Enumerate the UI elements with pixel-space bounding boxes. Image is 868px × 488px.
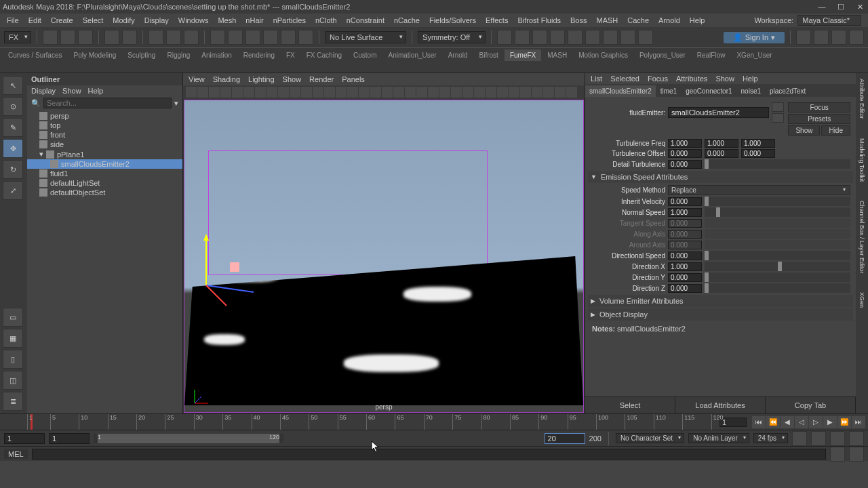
character-set-dropdown[interactable]: No Character Set <box>616 433 684 443</box>
dock-tab[interactable]: XGen <box>858 289 866 310</box>
dock-tab[interactable]: Channel Box / Layer Editor <box>858 198 866 277</box>
timeline-ruler[interactable]: 1510152025303540455055606570758085909510… <box>27 414 717 430</box>
range-slider[interactable]: 1 120 <box>94 434 283 443</box>
vp-menu-render[interactable]: Render <box>309 75 334 83</box>
viewport-tool-icon[interactable] <box>462 87 473 98</box>
render-icon[interactable] <box>497 30 512 45</box>
attr-menu-help[interactable]: Help <box>743 75 758 83</box>
viewport-tool-icon[interactable] <box>278 87 289 98</box>
outliner-item[interactable]: side <box>27 140 182 149</box>
outliner-item[interactable]: top <box>27 121 182 130</box>
menu-set-dropdown[interactable]: FX <box>4 31 31 43</box>
viewport-tool-icon[interactable] <box>555 87 566 98</box>
viewport-tool-icon[interactable] <box>520 87 531 98</box>
live-surface-dropdown[interactable]: No Live Surface <box>325 31 406 43</box>
section-emission-speed[interactable]: ▼ Emission Speed Attributes <box>588 171 853 183</box>
attr-tab[interactable]: smallCloudsEmitter2 <box>585 85 656 97</box>
attr-value-field[interactable] <box>668 197 702 206</box>
focus-button[interactable]: Focus <box>788 102 850 113</box>
menu-nconstraint[interactable]: nConstraint <box>342 15 389 26</box>
render-icon[interactable] <box>515 30 530 45</box>
shelf-tab[interactable]: Poly Modeling <box>68 49 121 61</box>
panel-layout-icon[interactable] <box>796 30 811 45</box>
shelf-tab[interactable]: RealFlow <box>692 49 731 61</box>
viewport-tool-icon[interactable] <box>393 87 404 98</box>
viewport-3d[interactable]: persp <box>184 100 584 413</box>
close-button[interactable]: ✕ <box>854 3 865 11</box>
step-back-key-button[interactable]: ⏪ <box>766 416 780 428</box>
shelf-tab[interactable]: XGen_User <box>731 49 777 61</box>
menu-arnold[interactable]: Arnold <box>654 15 684 26</box>
layout-four-icon[interactable]: ▦ <box>3 329 23 348</box>
play-back-button[interactable]: ◁ <box>795 416 808 428</box>
command-input[interactable] <box>32 449 826 460</box>
go-start-button[interactable]: ⏮ <box>752 416 766 428</box>
shelf-tab[interactable]: Sculpting <box>122 49 161 61</box>
attr-value-field[interactable] <box>741 139 775 148</box>
outliner-item[interactable]: smallCloudsEmitter2 <box>27 159 182 169</box>
attr-value-field[interactable] <box>668 251 702 260</box>
prefs-icon[interactable] <box>811 431 826 446</box>
load-attributes-button[interactable]: Load Attributes <box>675 397 766 413</box>
symmetry-dropdown[interactable]: Symmetry: Off <box>418 31 486 43</box>
new-scene-icon[interactable] <box>43 30 58 45</box>
viewport-tool-icon[interactable] <box>336 87 347 98</box>
viewport-tool-icon[interactable] <box>382 87 393 98</box>
copy-tab-button[interactable]: Copy Tab <box>766 397 856 413</box>
hist-icon[interactable] <box>228 30 243 45</box>
play-forward-button[interactable]: ▷ <box>809 416 823 428</box>
fps-dropdown[interactable]: 24 fps <box>753 433 788 443</box>
shelf-tab[interactable]: FumeFX <box>505 49 541 61</box>
help-line-icon[interactable] <box>849 447 864 462</box>
attr-value-field[interactable] <box>668 284 702 293</box>
menu-mash[interactable]: MASH <box>592 15 622 26</box>
menu-file[interactable]: File <box>3 15 23 26</box>
menu-select[interactable]: Select <box>79 15 108 26</box>
snap-grid-icon[interactable] <box>149 30 163 45</box>
attr-menu-list[interactable]: List <box>591 75 602 83</box>
menu-display[interactable]: Display <box>140 15 173 26</box>
prefs-icon[interactable] <box>849 431 864 446</box>
io-icon[interactable] <box>772 113 784 123</box>
menu-boss[interactable]: Boss <box>566 15 591 26</box>
hist-icon[interactable] <box>281 30 296 45</box>
viewport-tool-icon[interactable] <box>232 87 243 98</box>
render-icon[interactable] <box>568 30 583 45</box>
viewport-tool-icon[interactable] <box>486 87 496 98</box>
script-editor-icon[interactable] <box>830 447 845 462</box>
attr-value-field[interactable] <box>668 160 702 169</box>
vp-menu-show[interactable]: Show <box>283 75 302 83</box>
attr-slider[interactable] <box>705 283 850 293</box>
shelf-tab[interactable]: MASH <box>542 49 572 61</box>
attr-menu-show[interactable]: Show <box>715 75 734 83</box>
playback-start-field[interactable] <box>49 433 90 444</box>
io-icon[interactable] <box>772 102 784 112</box>
viewport-tool-icon[interactable] <box>324 87 335 98</box>
vp-menu-lighting[interactable]: Lighting <box>248 75 275 83</box>
node-name-field[interactable] <box>668 107 769 118</box>
menu-modify[interactable]: Modify <box>108 15 138 26</box>
attr-slider[interactable] <box>705 262 850 271</box>
autokey-icon[interactable] <box>792 431 807 446</box>
menu-mesh[interactable]: Mesh <box>214 15 240 26</box>
sign-in-button[interactable]: 👤 Sign In ▾ <box>724 32 785 43</box>
outliner-item[interactable]: defaultObjectSet <box>27 188 182 197</box>
expand-icon[interactable]: ▾ <box>39 150 43 159</box>
dock-tab[interactable]: Modeling Toolkit <box>858 136 866 184</box>
render-icon[interactable] <box>638 30 653 45</box>
viewport-tool-icon[interactable] <box>209 87 220 98</box>
attr-slider[interactable] <box>705 251 850 260</box>
viewport-tool-icon[interactable] <box>416 87 427 98</box>
attr-slider[interactable] <box>705 197 850 206</box>
attr-slider[interactable] <box>705 159 850 169</box>
menu-cache[interactable]: Cache <box>623 15 653 26</box>
outliner-item[interactable]: fluid1 <box>27 169 182 178</box>
viewport-tool-icon[interactable] <box>347 87 358 98</box>
outliner-item[interactable]: persp <box>27 111 182 121</box>
viewport-tool-icon[interactable] <box>313 87 323 98</box>
outliner-menu-show[interactable]: Show <box>62 87 81 95</box>
move-tool[interactable]: ✥ <box>3 139 23 158</box>
script-lang-toggle[interactable]: MEL <box>4 449 28 459</box>
workspace-dropdown[interactable]: Maya Classic* <box>797 15 861 26</box>
paint-tool[interactable]: ✎ <box>3 118 23 137</box>
